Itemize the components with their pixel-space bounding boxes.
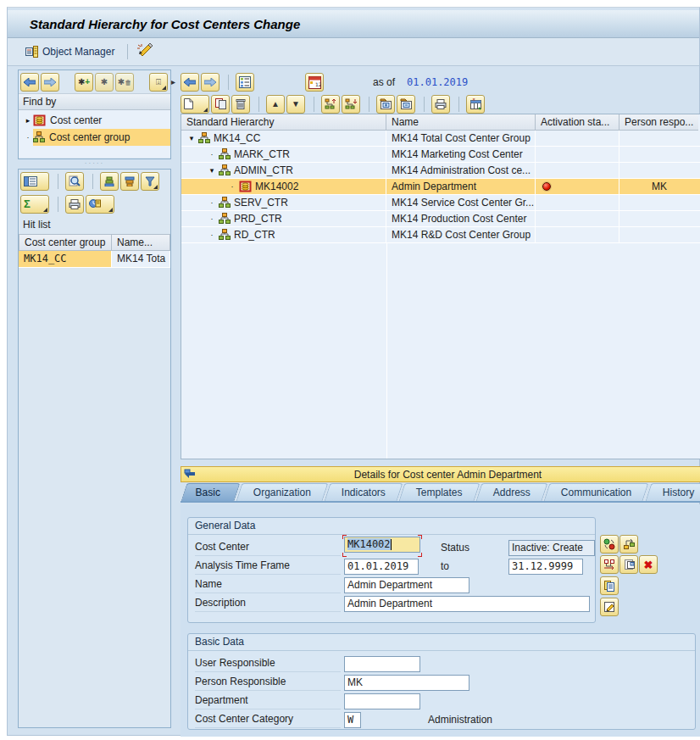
user-responsible-input[interactable] bbox=[344, 656, 420, 672]
one-level-up-button[interactable] bbox=[321, 95, 340, 114]
delete-validity-button[interactable]: ✖ bbox=[639, 555, 658, 574]
expander-icon[interactable]: ▸ bbox=[23, 116, 33, 125]
tree-row-rd_ctr[interactable]: · RD_CTRMK14 R&D Cost Center Group bbox=[181, 227, 700, 243]
tree-row-mk14002[interactable]: · MK14002Admin DepartmentMK bbox=[181, 179, 700, 195]
create-search-variant-button[interactable]: ✱+ bbox=[75, 73, 93, 92]
find-by-item-cost-center-group[interactable]: · Cost center group bbox=[19, 129, 170, 146]
hit-list-row[interactable]: MK14_CC MK14 Tota bbox=[19, 251, 170, 268]
tree-node-id[interactable]: RD_CTR bbox=[234, 229, 275, 241]
drilldown-button[interactable] bbox=[600, 555, 619, 574]
bullet-icon: · bbox=[23, 133, 33, 142]
column-header-name[interactable]: Name bbox=[386, 114, 536, 131]
tree-node-name[interactable]: MK14 Production Cost Center bbox=[386, 211, 536, 226]
column-configuration-button[interactable]: ✕ bbox=[466, 95, 485, 114]
sort-ascending-button[interactable] bbox=[100, 172, 119, 191]
cost-center-group-icon bbox=[33, 131, 45, 143]
tree-node-name[interactable]: MK14 Total Cost Center Group bbox=[386, 131, 536, 146]
analysis-to-input[interactable]: 31.12.9999 bbox=[508, 559, 583, 575]
forward-button[interactable] bbox=[201, 73, 219, 92]
tab-address[interactable]: Address bbox=[476, 483, 548, 501]
tree-node-name[interactable]: Admin Department bbox=[386, 179, 536, 194]
hit-list-column-name[interactable]: Name... bbox=[112, 234, 170, 251]
name-input[interactable]: Admin Department bbox=[344, 577, 469, 593]
move-down-button[interactable]: ▼ bbox=[286, 95, 305, 114]
find-by-item-cost-center[interactable]: ▸ Cost center bbox=[19, 112, 170, 129]
edit-long-text-button[interactable] bbox=[600, 598, 619, 616]
department-input[interactable] bbox=[344, 693, 420, 709]
tab-history[interactable]: History bbox=[645, 483, 700, 501]
copy-button[interactable] bbox=[211, 95, 230, 114]
tree-node-name[interactable]: MK14 Marketing Cost Center bbox=[386, 147, 536, 162]
svg-text:7: 7 bbox=[631, 562, 633, 566]
find-by-item-label[interactable]: Cost center bbox=[50, 114, 102, 126]
tree-node-name[interactable]: MK14 R&D Cost Center Group bbox=[386, 227, 536, 242]
tab-indicators[interactable]: Indicators bbox=[325, 483, 403, 501]
change-validity-period-button[interactable]: 7 bbox=[619, 555, 638, 574]
more-search-helps-button[interactable]: ⍗ bbox=[149, 73, 168, 92]
print-button[interactable] bbox=[431, 95, 450, 114]
display-change-toggle-button[interactable] bbox=[136, 43, 153, 61]
back-button[interactable] bbox=[181, 73, 199, 92]
tree-node-name[interactable]: MK14 Service Cost Center Gr... bbox=[386, 195, 536, 210]
tab-basic-data[interactable]: Basic data bbox=[181, 483, 241, 501]
analysis-from-input[interactable]: 01.01.2019 bbox=[344, 559, 419, 575]
drilldown-icon bbox=[603, 559, 616, 570]
description-input[interactable]: Admin Department bbox=[344, 596, 590, 612]
panel-splitter[interactable]: ····· bbox=[18, 161, 171, 168]
sort-descending-button[interactable] bbox=[120, 172, 139, 191]
one-level-down-button[interactable] bbox=[342, 95, 360, 114]
more-arrow-icon[interactable]: ▸ bbox=[171, 78, 175, 86]
hit-list-cell-name[interactable]: MK14 Tota bbox=[112, 251, 170, 268]
tab-communication[interactable]: Communication bbox=[544, 483, 649, 501]
filter-button[interactable] bbox=[141, 172, 159, 191]
tree-row-admin_ctr[interactable]: ▾ ADMIN_CTRMK14 Administration Cost ce..… bbox=[181, 163, 700, 179]
person-responsible-input[interactable]: MK bbox=[344, 675, 469, 691]
expander-icon[interactable]: ▾ bbox=[207, 166, 217, 175]
move-up-button[interactable]: ▲ bbox=[266, 95, 285, 114]
find-by-header: Find by bbox=[19, 93, 170, 110]
object-manager-button[interactable]: Object Manager bbox=[19, 42, 120, 61]
forward-button[interactable] bbox=[41, 73, 59, 92]
collapse-details-icon[interactable] bbox=[184, 469, 196, 480]
find-button[interactable] bbox=[65, 172, 84, 191]
expand-all-button[interactable] bbox=[376, 95, 395, 114]
column-header-activation-status[interactable]: Activation sta... bbox=[536, 114, 619, 131]
tree-node-id[interactable]: SERV_CTR bbox=[234, 197, 288, 209]
tree-node-name[interactable]: MK14 Administration Cost ce... bbox=[386, 163, 536, 178]
tree-node-id[interactable]: PRD_CTR bbox=[234, 213, 282, 225]
sum-button[interactable]: Σ bbox=[20, 195, 49, 214]
display-search-variant-button[interactable]: ✱ bbox=[95, 73, 114, 92]
tab-templates[interactable]: Templates bbox=[399, 483, 481, 501]
tree-row-mark_ctr[interactable]: · MARK_CTRMK14 Marketing Cost Center bbox=[181, 147, 700, 163]
tree-node-id[interactable]: MK14_CC bbox=[214, 132, 260, 144]
expander-icon[interactable]: ▾ bbox=[186, 134, 197, 142]
create-button[interactable] bbox=[181, 95, 209, 114]
tree-node-id[interactable]: MARK_CTR bbox=[234, 148, 290, 160]
copy-name-button[interactable] bbox=[600, 576, 619, 595]
tree-row-serv_ctr[interactable]: · SERV_CTRMK14 Service Cost Center Gr... bbox=[181, 195, 700, 211]
tree-node-id[interactable]: MK14002 bbox=[255, 181, 298, 192]
back-button[interactable] bbox=[20, 73, 39, 92]
display-options-button[interactable] bbox=[236, 73, 254, 92]
key-date-button[interactable]: 12 bbox=[305, 73, 324, 92]
delete-button[interactable] bbox=[231, 95, 250, 114]
cost-center-category-input[interactable]: W bbox=[344, 712, 361, 728]
tab-organization[interactable]: Organization bbox=[236, 483, 329, 501]
tree-row-prd_ctr[interactable]: · PRD_CTRMK14 Production Cost Center bbox=[181, 211, 700, 227]
column-header-standard-hierarchy[interactable]: Standard Hierarchy bbox=[181, 114, 386, 131]
tree-row-mk14_cc[interactable]: ▾ MK14_CCMK14 Total Cost Center Group bbox=[181, 131, 700, 147]
inheritance-button[interactable] bbox=[619, 535, 638, 554]
activate-button[interactable] bbox=[600, 535, 619, 554]
hit-list-column-group[interactable]: Cost center group bbox=[19, 234, 112, 251]
column-header-person-responsible[interactable]: Person respo... bbox=[619, 114, 698, 131]
as-of-date[interactable]: 01.01.2019 bbox=[407, 76, 468, 88]
find-by-item-label[interactable]: Cost center group bbox=[49, 131, 130, 143]
detail-view-button[interactable] bbox=[20, 172, 49, 191]
tree-node-id[interactable]: ADMIN_CTR bbox=[234, 164, 293, 176]
collapse-all-button[interactable] bbox=[397, 95, 415, 114]
print-button[interactable] bbox=[65, 195, 84, 214]
export-button[interactable] bbox=[86, 195, 114, 214]
hit-list-cell-group[interactable]: MK14_CC bbox=[19, 251, 112, 268]
delete-search-variant-button[interactable]: ✱🗑 bbox=[115, 73, 134, 92]
cost-center-input[interactable]: MK14002 bbox=[344, 537, 420, 553]
